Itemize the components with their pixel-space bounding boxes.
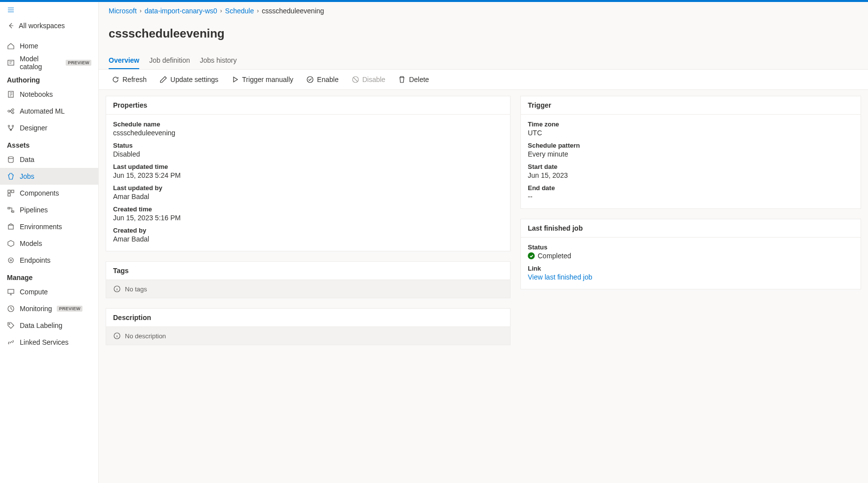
prop-value: Amar Badal	[113, 193, 503, 201]
refresh-button[interactable]: Refresh	[109, 74, 150, 85]
prop-label: Last updated by	[113, 184, 503, 192]
prop-label: Last updated time	[113, 163, 503, 170]
sidebar-group-assets: Assets	[0, 136, 98, 151]
linked-services-icon	[7, 338, 15, 346]
breadcrumb-link[interactable]: Schedule	[225, 7, 254, 15]
hamburger-icon	[7, 6, 15, 14]
chevron-right-icon: ›	[257, 7, 259, 14]
svg-rect-9	[8, 190, 10, 193]
sidebar-item-models[interactable]: Models	[0, 235, 98, 252]
sidebar-item-designer[interactable]: Designer	[0, 120, 98, 136]
svg-point-4	[12, 112, 14, 114]
play-icon	[231, 76, 239, 83]
sidebar-label: Endpoints	[20, 256, 50, 264]
sidebar-label: Linked Services	[20, 338, 69, 346]
sidebar-label: Data Labeling	[20, 322, 62, 329]
trash-icon	[398, 76, 406, 83]
enable-button[interactable]: Enable	[303, 74, 342, 85]
status-row: Completed	[528, 252, 854, 260]
prop-value: Every minute	[528, 150, 854, 158]
svg-point-20	[307, 77, 313, 82]
tab-overview[interactable]: Overview	[109, 51, 139, 69]
prop-label: Schedule name	[113, 121, 503, 128]
sidebar-item-pipelines[interactable]: Pipelines	[0, 201, 98, 218]
tab-jobs-history[interactable]: Jobs history	[200, 51, 237, 69]
all-workspaces-link[interactable]: All workspaces	[0, 18, 98, 34]
prop-label: Link	[528, 265, 854, 272]
jobs-icon	[7, 172, 15, 180]
cmd-label: Refresh	[122, 76, 147, 83]
breadcrumb-link[interactable]: Microsoft	[109, 7, 137, 15]
sidebar: All workspaces Home Model catalog PREVIE…	[0, 2, 99, 483]
content: Properties Schedule namecssscheduleeveni…	[99, 90, 868, 483]
sidebar-label: Notebooks	[20, 90, 53, 98]
prop-label: Schedule pattern	[528, 142, 854, 149]
sidebar-item-jobs[interactable]: Jobs	[0, 168, 98, 185]
card-title: Description	[106, 309, 510, 327]
notebook-icon	[7, 90, 15, 98]
sidebar-item-environments[interactable]: Environments	[0, 218, 98, 235]
svg-rect-11	[8, 194, 10, 196]
sidebar-item-notebooks[interactable]: Notebooks	[0, 86, 98, 103]
preview-badge: PREVIEW	[57, 306, 82, 312]
update-settings-button[interactable]: Update settings	[157, 74, 221, 85]
sidebar-item-model-catalog[interactable]: Model catalog PREVIEW	[0, 54, 98, 71]
status-success-icon	[528, 252, 535, 259]
trigger-manually-button[interactable]: Trigger manually	[228, 74, 296, 85]
description-card: Description No description	[106, 308, 511, 345]
sidebar-item-automl[interactable]: Automated ML	[0, 103, 98, 120]
properties-card: Properties Schedule namecssscheduleeveni…	[106, 96, 511, 251]
pipelines-icon	[7, 206, 15, 214]
sidebar-item-data-labeling[interactable]: Data Labeling	[0, 317, 98, 334]
disable-button: Disable	[349, 74, 389, 85]
status-text: Completed	[538, 252, 571, 260]
cmd-label: Update settings	[170, 76, 218, 83]
command-bar: Refresh Update settings Trigger manually…	[99, 70, 868, 90]
data-labeling-icon	[7, 322, 15, 329]
sidebar-item-monitoring[interactable]: Monitoring PREVIEW	[0, 300, 98, 317]
cmd-label: Delete	[409, 76, 429, 83]
delete-button[interactable]: Delete	[395, 74, 432, 85]
breadcrumb: Microsoft › data-import-canary-ws0 › Sch…	[99, 2, 868, 15]
sidebar-item-data[interactable]: Data	[0, 151, 98, 168]
sidebar-label: Monitoring	[20, 305, 52, 313]
sidebar-label: Jobs	[20, 172, 35, 180]
chevron-right-icon: ›	[220, 7, 222, 14]
sidebar-item-endpoints[interactable]: Endpoints	[0, 252, 98, 269]
svg-rect-12	[8, 207, 10, 209]
automl-icon	[7, 107, 15, 115]
svg-point-8	[8, 157, 13, 159]
monitoring-icon	[7, 305, 15, 313]
prop-value: Jun 15, 2023 5:24 PM	[113, 171, 503, 179]
empty-text: No tags	[125, 285, 147, 293]
prop-label: Created time	[113, 205, 503, 213]
sidebar-item-compute[interactable]: Compute	[0, 283, 98, 300]
breadcrumb-link[interactable]: data-import-canary-ws0	[145, 7, 217, 15]
prop-value: cssscheduleevening	[113, 129, 503, 137]
tab-job-definition[interactable]: Job definition	[149, 51, 190, 69]
tabs: Overview Job definition Jobs history	[99, 51, 868, 70]
main: Microsoft › data-import-canary-ws0 › Sch…	[99, 2, 868, 483]
prop-value: Jun 15, 2023 5:16 PM	[113, 214, 503, 222]
sidebar-group-authoring: Authoring	[0, 71, 98, 86]
sidebar-toggle[interactable]	[0, 2, 98, 18]
compute-icon	[7, 288, 15, 296]
refresh-icon	[112, 76, 119, 83]
prop-value: --	[528, 193, 854, 201]
prop-label: Time zone	[528, 121, 854, 128]
data-icon	[7, 156, 15, 163]
svg-rect-10	[11, 190, 14, 193]
last-finished-job-card: Last finished job Status Completed Link …	[520, 219, 861, 289]
sidebar-label: Environments	[20, 223, 62, 231]
view-last-finished-job-link[interactable]: View last finished job	[528, 273, 592, 281]
prop-label: Created by	[113, 227, 503, 234]
environments-icon	[7, 223, 15, 231]
sidebar-item-linked-services[interactable]: Linked Services	[0, 334, 98, 351]
description-empty: No description	[106, 327, 510, 345]
sidebar-item-home[interactable]: Home	[0, 38, 98, 54]
sidebar-item-components[interactable]: Components	[0, 185, 98, 201]
cmd-label: Disable	[362, 76, 386, 83]
card-title: Properties	[106, 96, 510, 115]
svg-point-2	[8, 110, 10, 112]
svg-rect-17	[8, 289, 14, 293]
